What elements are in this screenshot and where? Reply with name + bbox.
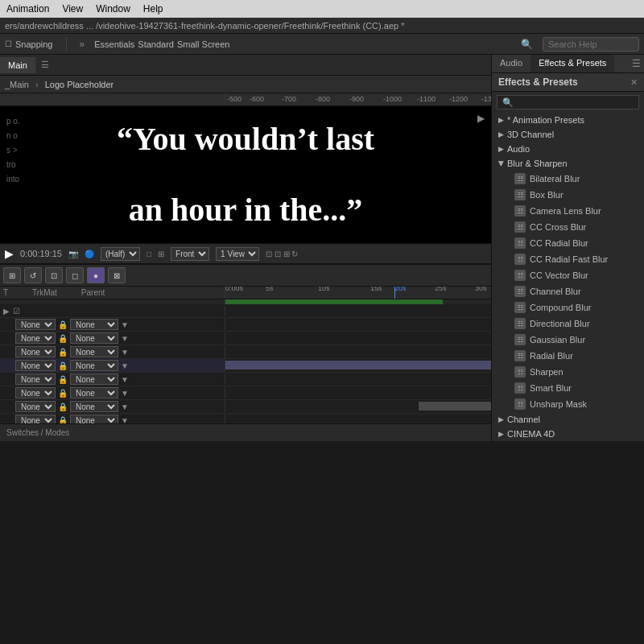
tl-header-t: T bbox=[3, 288, 8, 297]
table-row: None 🔒 None ▼ bbox=[0, 332, 491, 345]
ruler-1200: -1200 bbox=[449, 95, 468, 103]
effect-label-bilateral-blur: Bilateral Blur bbox=[530, 174, 580, 184]
camera-icon[interactable]: 📷 bbox=[68, 250, 78, 258]
row9-parent[interactable]: None bbox=[70, 415, 118, 423]
category-animation-presets[interactable]: ▶ * Animation Presets bbox=[492, 113, 644, 127]
category-channel[interactable]: ▶ Channel bbox=[492, 412, 644, 427]
effect-icon-radial: ☷ bbox=[514, 350, 526, 361]
panel-menu-icon[interactable]: ☰ bbox=[629, 55, 644, 72]
tool-btn-4[interactable]: ◻ bbox=[66, 267, 84, 283]
panel-title: Effects & Presets ✕ bbox=[492, 73, 644, 92]
effect-label-radial-blur: Radial Blur bbox=[530, 351, 573, 361]
breadcrumb-main[interactable]: _Main bbox=[5, 80, 29, 89]
search-input[interactable] bbox=[543, 37, 639, 52]
row3-parent[interactable]: None bbox=[70, 332, 118, 344]
effect-radial-blur[interactable]: ☷ Radial Blur bbox=[492, 348, 644, 364]
menu-view[interactable]: View bbox=[62, 3, 83, 14]
main-tab[interactable]: Main bbox=[0, 57, 36, 73]
category-blur-sharpen[interactable]: ▶ Blur & Sharpen bbox=[492, 156, 644, 171]
breadcrumb-arrow: › bbox=[35, 80, 39, 89]
category-audio[interactable]: ▶ Audio bbox=[492, 142, 644, 156]
effect-box-blur[interactable]: ☷ Box Blur bbox=[492, 187, 644, 203]
tab-audio[interactable]: Audio bbox=[492, 55, 530, 72]
view-count-select[interactable]: 1 View bbox=[216, 247, 259, 261]
tool-btn-6[interactable]: ⊠ bbox=[108, 267, 126, 283]
tab-effects-presets[interactable]: Effects & Presets bbox=[530, 55, 614, 72]
quality-select[interactable]: (Half) bbox=[101, 247, 140, 261]
effect-cc-cross-blur[interactable]: ☷ CC Cross Blur bbox=[492, 219, 644, 235]
effect-label-camera-lens-blur: Camera Lens Blur bbox=[530, 206, 601, 216]
row4-parent[interactable]: None bbox=[70, 346, 118, 357]
row6-trkmat[interactable]: None bbox=[15, 374, 56, 385]
row7-parent[interactable]: None bbox=[70, 387, 118, 398]
row5-parent[interactable]: None bbox=[70, 360, 118, 371]
row1-expand[interactable]: ▶ bbox=[3, 307, 10, 316]
expand-icon[interactable]: » bbox=[80, 39, 85, 50]
effect-icon-cc-radial-fast: ☷ bbox=[514, 254, 526, 265]
table-row: None 🔒 None ▼ bbox=[0, 400, 491, 414]
effect-directional-blur[interactable]: ☷ Directional Blur bbox=[492, 316, 644, 332]
tool-btn-3[interactable]: ⊡ bbox=[45, 267, 63, 283]
tab-menu-icon[interactable]: ☰ bbox=[36, 60, 54, 70]
workspace-essentials[interactable]: Essentials bbox=[94, 39, 134, 49]
row2-trkmat[interactable]: None bbox=[15, 319, 56, 330]
comp-controls: ▶ 0:00:19:15 📷 🔵 (Half) □ ⊞ Front 1 View… bbox=[0, 243, 491, 264]
expand-comp-icon[interactable]: ▶ bbox=[477, 113, 485, 124]
effect-camera-lens-blur[interactable]: ☷ Camera Lens Blur bbox=[492, 203, 644, 219]
effect-channel-blur[interactable]: ☷ Channel Blur bbox=[492, 283, 644, 299]
row5-trkmat[interactable]: None bbox=[15, 360, 56, 371]
effect-unsharp-mask[interactable]: ☷ Unsharp Mask bbox=[492, 396, 644, 412]
category-3d-channel[interactable]: ▶ 3D Channel bbox=[492, 127, 644, 142]
tool-btn-1[interactable]: ⊞ bbox=[3, 267, 21, 283]
row6-parent[interactable]: None bbox=[70, 374, 118, 385]
effect-cc-radial-blur[interactable]: ☷ CC Radial Blur bbox=[492, 235, 644, 251]
tl-bar-row5 bbox=[225, 361, 491, 369]
tool-btn-5[interactable]: ● bbox=[87, 267, 105, 283]
effect-label-gaussian-blur: Gaussian Blur bbox=[530, 335, 585, 345]
view-select[interactable]: Front bbox=[171, 247, 209, 261]
menu-window[interactable]: Window bbox=[96, 3, 130, 14]
effect-label-cc-cross-blur: CC Cross Blur bbox=[530, 222, 586, 232]
effect-smart-blur[interactable]: ☷ Smart Blur bbox=[492, 380, 644, 396]
tool-btn-2[interactable]: ↺ bbox=[24, 267, 42, 283]
workspace-smallscreen[interactable]: Small Screen bbox=[177, 39, 229, 49]
timeline-area: Main ☰ _Main › Logo Placeholder -500 -60… bbox=[0, 55, 491, 441]
effect-gaussian-blur[interactable]: ☷ Gaussian Blur bbox=[492, 332, 644, 348]
workspace-standard[interactable]: Standard bbox=[138, 39, 174, 49]
arrow-animation-presets: ▶ bbox=[498, 116, 504, 124]
arrow-blur-sharpen: ▶ bbox=[497, 161, 506, 167]
row8-parent[interactable]: None bbox=[70, 401, 118, 412]
effect-compound-blur[interactable]: ☷ Compound Blur bbox=[492, 299, 644, 316]
comp-ctrl-icons: ⊡ ⊡ ⊞ ↻ bbox=[266, 250, 298, 258]
row7-trkmat[interactable]: None bbox=[15, 387, 56, 398]
menu-help[interactable]: Help bbox=[143, 3, 163, 14]
color-picker[interactable]: 🔵 bbox=[85, 250, 94, 258]
row9-trkmat[interactable]: None bbox=[15, 415, 56, 423]
row4-trkmat[interactable]: None bbox=[15, 346, 56, 357]
ruler-1300: -1300 bbox=[481, 95, 491, 103]
ruler-15s: 15s bbox=[370, 287, 382, 292]
row2-arrow: ▼ bbox=[121, 320, 129, 329]
menu-animation[interactable]: Animation bbox=[6, 3, 49, 14]
effect-cc-radial-fast-blur[interactable]: ☷ CC Radial Fast Blur bbox=[492, 251, 644, 267]
row1-check[interactable]: ☑ bbox=[13, 307, 20, 316]
panel-close-icon[interactable]: ✕ bbox=[630, 77, 638, 88]
title-bar: ers/andrewchildress ... /videohive-19427… bbox=[0, 18, 644, 34]
effect-cc-vector-blur[interactable]: ☷ CC Vector Blur bbox=[492, 267, 644, 283]
snapping-checkbox[interactable]: ☐ bbox=[5, 39, 12, 48]
effect-sharpen[interactable]: ☷ Sharpen bbox=[492, 364, 644, 380]
ruler-600: -600 bbox=[250, 95, 264, 103]
snapping-label[interactable]: Snapping bbox=[15, 39, 53, 49]
arrow-3d-channel: ▶ bbox=[498, 130, 504, 138]
canvas-area: p o. n o s > tro into “You wouldn’t last… bbox=[0, 106, 491, 243]
effect-bilateral-blur[interactable]: ☷ Bilateral Blur bbox=[492, 171, 644, 187]
tl-bar-row8-right bbox=[419, 402, 491, 411]
effects-search-input[interactable] bbox=[497, 95, 639, 109]
row8-trkmat[interactable]: None bbox=[15, 401, 56, 412]
effect-label-channel-blur: Channel Blur bbox=[530, 287, 581, 296]
row3-trkmat[interactable]: None bbox=[15, 332, 56, 344]
play-button[interactable]: ▶ bbox=[5, 247, 14, 260]
row2-parent[interactable]: None bbox=[70, 319, 118, 330]
effect-icon-directional: ☷ bbox=[514, 318, 526, 329]
category-cinema4d[interactable]: ▶ CINEMA 4D bbox=[492, 427, 644, 441]
